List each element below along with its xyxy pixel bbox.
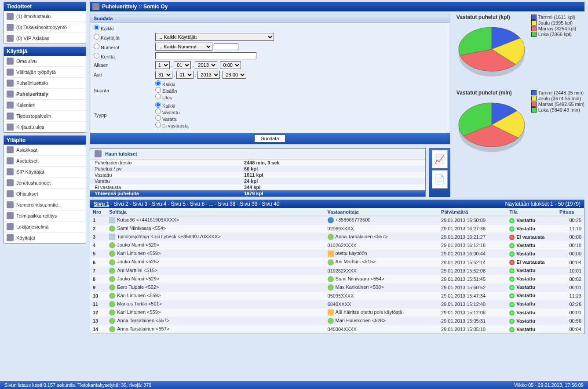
filter-radio-kaikki[interactable]: [94, 25, 99, 30]
status-dot-icon: [509, 251, 515, 257]
table-row[interactable]: 6Jouko Nurmi <529>Ani Marttiini <515>29.…: [90, 258, 584, 266]
document-icon: [109, 234, 115, 240]
nav-icon: [7, 13, 14, 20]
nav-item[interactable]: Puheluerittely: [4, 89, 86, 100]
table-row[interactable]: 9Eero Taipale <502>Max Kankainen <508>29…: [90, 283, 584, 291]
table-row[interactable]: 12Kari Lintunen <559>Älä häiritse otettu…: [90, 309, 584, 317]
nav-item[interactable]: Lokijärjestelmä: [4, 222, 86, 233]
th-tila[interactable]: Tila: [507, 208, 557, 216]
table-row[interactable]: 14Anna Tarsalainen <557>040304XXXX29.01.…: [90, 325, 584, 334]
nav-item[interactable]: Toimipaikka reititys: [4, 211, 86, 222]
asti-time[interactable]: 23:00: [223, 71, 246, 79]
filter-radio-kentta[interactable]: [94, 53, 99, 58]
alkaen-month[interactable]: 01: [174, 61, 191, 69]
nav-icon: [7, 102, 14, 109]
nav-item[interactable]: Oma sivu: [4, 56, 86, 67]
legend-swatch: [531, 90, 537, 95]
nav-item[interactable]: (1) Ilmoitustaulu: [4, 11, 86, 22]
user-icon: [328, 284, 334, 291]
th-nro[interactable]: Nro: [90, 208, 106, 216]
asti-month[interactable]: 01: [176, 71, 194, 79]
chart-legend: Tammi (1611 kpl)Joulu (1995 kpl)Marras (…: [531, 14, 576, 81]
pager-link[interactable]: Sivu 39: [240, 201, 257, 207]
filter-kayttajat-select[interactable]: ... Kaikki Käyttäjät: [155, 33, 274, 41]
table-row[interactable]: 2Sami Niinivaara <554>02069XXXX29.01.201…: [90, 225, 584, 233]
th-soittaja[interactable]: Soittaja: [106, 208, 325, 216]
pager-link[interactable]: Sivu 40: [262, 201, 279, 207]
alkaen-year[interactable]: 2013: [195, 61, 217, 69]
pager-link[interactable]: Sivu 1: [94, 201, 109, 207]
nav-icon: [7, 124, 14, 131]
nav-item[interactable]: Kirjaudu ulos: [4, 122, 86, 132]
alkaen-time[interactable]: 0:00: [220, 61, 241, 69]
nav-item[interactable]: Käyttäjät: [4, 233, 86, 243]
nav-label: Jonotushuoneet: [16, 180, 51, 185]
table-row[interactable]: 7Ani Marttiini <515>010262XXXX29.01.2013…: [90, 266, 584, 275]
tyyppi-kaikki[interactable]: [155, 102, 161, 108]
status-dot-icon: [509, 302, 515, 307]
nav-label: Kirjaudu ulos: [16, 124, 44, 130]
tyyppi-eivast[interactable]: [155, 122, 161, 127]
table-row[interactable]: 3Toimitusjohtaja Kirsi Lybeck <+35840770…: [90, 233, 584, 241]
nav-item[interactable]: Asiakkaat: [4, 145, 86, 156]
nav-icon: [7, 58, 14, 65]
status-dot-icon: [509, 327, 515, 332]
table-row[interactable]: 13Anna Tarsalainen <557>Mari Huuskonen <…: [90, 317, 584, 325]
asti-day[interactable]: 31: [155, 71, 172, 79]
pager-link[interactable]: Sivu 6: [190, 201, 205, 207]
pager-link[interactable]: Sivu 5: [171, 201, 186, 207]
alkaen-day[interactable]: 1: [155, 61, 170, 69]
chart: Vastatut puhelut (kpl)Tammi (1611 kpl)Jo…: [457, 14, 584, 81]
pager-link[interactable]: Sivu 3: [133, 201, 147, 207]
nav-item[interactable]: (0) VIP Asiakas: [4, 33, 86, 44]
th-paivamaara[interactable]: Päivämäärä: [438, 208, 507, 216]
legend-swatch: [531, 32, 537, 37]
pager-link[interactable]: Sivu 4: [152, 201, 166, 207]
list-export-icon[interactable]: 📄: [432, 170, 448, 189]
nav-item[interactable]: SIP Käyttäjät: [4, 167, 86, 178]
table-row[interactable]: 5Kari Lintunen <559>otettu käyttöön29.01…: [90, 250, 584, 258]
table-row[interactable]: 10Kari Lintunen <559>05095XXXX29.01.2013…: [90, 291, 584, 300]
nav-icon: [7, 223, 14, 230]
suunta-ulos[interactable]: [155, 94, 161, 99]
pager-summary: Näytetään tulokset 1 - 50 (1979): [505, 201, 581, 207]
user-icon: [328, 318, 334, 324]
table-row[interactable]: 1Kutsu66 <+44161905XXXX>+35898677350029.…: [90, 216, 584, 225]
nav-item[interactable]: Välittäjän työpöytä: [4, 67, 86, 78]
suunta-sisaan[interactable]: [155, 87, 161, 93]
filter-radio-kayttajat[interactable]: [94, 34, 99, 40]
chart: Vastatut puhelut (min)Tammi (2448.05 min…: [457, 90, 584, 156]
pager-link[interactable]: Sivu 2: [113, 201, 128, 207]
filter-submit-button[interactable]: Suodata: [254, 135, 285, 142]
tyyppi-vastattu[interactable]: [155, 109, 161, 114]
chart-export-icon[interactable]: 📈: [432, 150, 448, 168]
th-pituus[interactable]: Pituus: [557, 208, 584, 216]
nav-item[interactable]: Jonotushuoneet: [4, 178, 86, 189]
filter-kentta-input[interactable]: [155, 52, 256, 59]
nav-item[interactable]: Tiedostopalvelin: [4, 111, 86, 122]
filter-numerot-input[interactable]: [214, 43, 238, 50]
suunta-kaikki[interactable]: [155, 80, 161, 86]
pager-link[interactable]: Sivu 38: [218, 201, 235, 207]
nav-label: Toimipaikka reititys: [16, 213, 57, 218]
table-row[interactable]: 8Jouko Nurmi <529>Sami Niinivaara <554>2…: [90, 275, 584, 283]
nav-item[interactable]: Puhelinluettelo: [4, 78, 86, 89]
nav-icon: [7, 69, 14, 76]
nav-item[interactable]: Ohjaukset: [4, 189, 86, 200]
filter-radio-numerot[interactable]: [94, 44, 99, 49]
nav-item[interactable]: Numerointisuunnite..: [4, 200, 86, 211]
table-row[interactable]: 4Jouko Nurmi <529>010262XXXX29.01.2013 1…: [90, 241, 584, 250]
nav-item[interactable]: (0) Takaisinsoittopyyntö: [4, 22, 86, 33]
nav-label: Asiakkaat: [16, 147, 37, 153]
table-row[interactable]: 11Markus Torkki <501>6840XXXX29.01.2013 …: [90, 300, 584, 308]
results-icon: [95, 150, 102, 157]
nav-icon: [7, 179, 14, 186]
tyyppi-varattu[interactable]: [155, 115, 161, 121]
filter-numerot-select[interactable]: ... Kaikki Numerot: [155, 43, 212, 51]
nav-item[interactable]: Kalenteri: [4, 100, 86, 111]
nav-label: Käyttäjät: [16, 235, 35, 240]
nav-item[interactable]: Asetukset: [4, 156, 86, 167]
th-vastaanottaja[interactable]: Vastaanottaja: [325, 208, 439, 216]
asti-year[interactable]: 2013: [197, 71, 220, 79]
nav-icon: [7, 190, 14, 197]
